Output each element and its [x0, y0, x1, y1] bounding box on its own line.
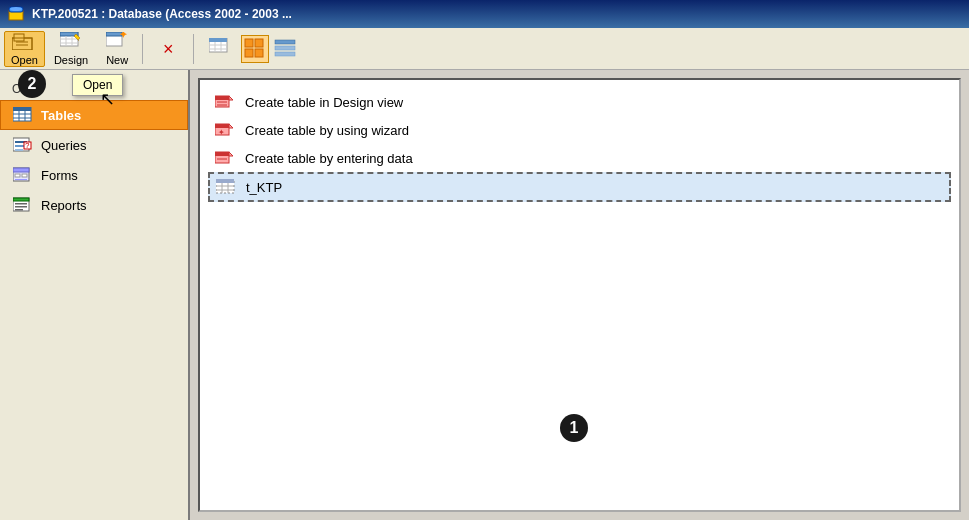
svg-rect-33	[13, 107, 31, 111]
create-data-label: Create table by entering data	[245, 151, 413, 166]
svg-rect-46	[15, 174, 20, 177]
badge-2: 2	[18, 70, 46, 98]
svg-rect-45	[13, 168, 29, 172]
sidebar-item-tables[interactable]: Tables	[0, 100, 188, 130]
queries-icon: ?	[13, 136, 33, 154]
forms-label: Forms	[41, 168, 78, 183]
tables-icon	[13, 106, 33, 124]
svg-rect-68	[216, 179, 234, 183]
create-wizard-icon: ✦	[215, 121, 235, 139]
new-icon: ✦	[106, 32, 128, 53]
sidebar-item-reports[interactable]: Reports	[0, 190, 188, 220]
view-icon-1	[209, 38, 229, 59]
svg-text:✦: ✦	[218, 128, 225, 137]
new-label: New	[106, 54, 128, 66]
create-data-icon	[215, 149, 235, 167]
new-button[interactable]: ✦ New	[97, 31, 137, 67]
create-wizard-item[interactable]: ✦ Create table by using wizard	[208, 116, 951, 144]
design-button[interactable]: Design	[47, 31, 95, 67]
svg-rect-53	[15, 209, 23, 211]
svg-marker-56	[229, 96, 233, 100]
delete-button[interactable]: ×	[148, 31, 188, 67]
svg-rect-26	[255, 39, 263, 47]
svg-marker-61	[229, 124, 233, 128]
svg-rect-47	[22, 174, 27, 177]
svg-rect-51	[15, 203, 27, 205]
svg-rect-31	[275, 52, 295, 56]
t-ktp-icon	[216, 178, 236, 196]
view-button-1[interactable]	[199, 31, 239, 67]
reports-icon	[13, 196, 33, 214]
t-ktp-item[interactable]: t_KTP	[208, 172, 951, 202]
svg-rect-30	[275, 46, 295, 50]
t-ktp-label: t_KTP	[246, 180, 282, 195]
tables-label: Tables	[41, 108, 81, 123]
svg-rect-52	[15, 206, 27, 208]
window-title: KTP.200521 : Database (Access 2002 - 200…	[32, 7, 292, 21]
sidebar-item-forms[interactable]: Forms	[0, 160, 188, 190]
svg-text:?: ?	[25, 141, 30, 150]
title-bar: KTP.200521 : Database (Access 2002 - 200…	[0, 0, 969, 28]
svg-rect-27	[245, 49, 253, 57]
open-button[interactable]: Open	[4, 31, 45, 67]
content-panel: Create table in Design view ✦ Create tab…	[198, 78, 961, 512]
badge-1: 1	[560, 414, 588, 442]
svg-rect-25	[245, 39, 253, 47]
svg-rect-48	[15, 179, 27, 180]
svg-rect-28	[255, 49, 263, 57]
reports-label: Reports	[41, 198, 87, 213]
svg-rect-41	[15, 149, 23, 151]
main-content: Obje Tables	[0, 70, 969, 520]
sidebar: Obje Tables	[0, 70, 190, 520]
svg-marker-65	[229, 152, 233, 156]
svg-rect-29	[275, 40, 295, 44]
open-popup-label: Open	[83, 78, 112, 92]
design-label: Design	[54, 54, 88, 66]
title-bar-icon	[8, 6, 24, 22]
create-design-item[interactable]: Create table in Design view	[208, 88, 951, 116]
create-design-label: Create table in Design view	[245, 95, 403, 110]
create-design-icon	[215, 93, 235, 111]
delete-icon: ×	[163, 40, 174, 58]
toolbar: Open Design ✦	[0, 28, 969, 70]
svg-text:✦: ✦	[119, 32, 128, 40]
create-data-item[interactable]: Create table by entering data	[208, 144, 951, 172]
list-view-button[interactable]	[271, 35, 299, 63]
svg-rect-50	[13, 198, 29, 201]
svg-rect-55	[215, 96, 229, 100]
queries-label: Queries	[41, 138, 87, 153]
badge-1-label: 1	[570, 419, 579, 437]
design-icon	[60, 32, 82, 53]
open-icon	[12, 32, 36, 53]
svg-point-2	[10, 7, 22, 11]
forms-icon	[13, 166, 33, 184]
sidebar-item-queries[interactable]: ? Queries	[0, 130, 188, 160]
svg-rect-64	[215, 152, 229, 156]
svg-rect-20	[209, 38, 227, 42]
open-label: Open	[11, 54, 38, 66]
create-wizard-label: Create table by using wizard	[245, 123, 409, 138]
open-popup: Open	[72, 74, 123, 96]
badge-2-label: 2	[28, 75, 37, 93]
separator-1	[142, 34, 143, 64]
large-icons-button[interactable]	[241, 35, 269, 63]
separator-2	[193, 34, 194, 64]
